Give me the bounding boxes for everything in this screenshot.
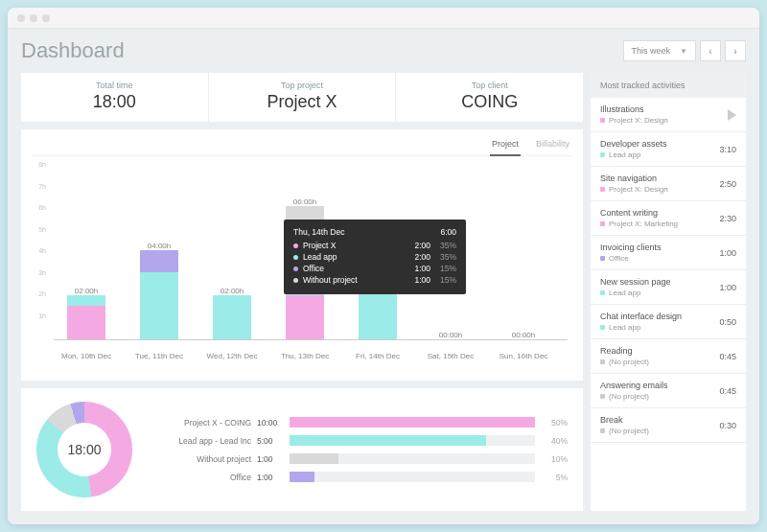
main-grid: Total time 18:00 Top project Project X T… <box>21 73 746 511</box>
y-tick: 7h <box>33 183 46 190</box>
bar-value-label: 00:00h <box>431 331 470 339</box>
breakdown-bar <box>290 453 338 464</box>
y-axis: 1h2h3h4h5h6h7h8h <box>33 168 50 340</box>
activity-sub: Project X: Design <box>600 185 668 194</box>
play-icon[interactable] <box>728 109 736 121</box>
tooltip-total: 6:00 <box>440 227 456 237</box>
tooltip-name: Lead app <box>303 252 401 262</box>
summary-top-project: Top project Project X <box>209 73 397 122</box>
activity-item[interactable]: Developer assetsLead app3:10 <box>591 132 746 167</box>
activity-left: Reading(No project) <box>600 346 649 366</box>
tooltip-pct: 15% <box>435 264 456 273</box>
activity-title: Invoicing clients <box>600 243 662 252</box>
y-tick: 3h <box>33 269 46 276</box>
bar-chart-card: Project Billability 1h2h3h4h5h6h7h8h 02:… <box>21 129 583 381</box>
bar-segment <box>140 272 178 339</box>
breakdown-bar-track <box>290 435 535 446</box>
next-button[interactable]: › <box>725 40 746 61</box>
activity-time: 0:45 <box>719 386 736 396</box>
legend-dot <box>293 243 298 248</box>
tooltip-time: 2:00 <box>406 252 430 262</box>
window-titlebar <box>8 8 759 29</box>
tab-project[interactable]: Project <box>490 139 521 156</box>
activity-item[interactable]: IllustrationsProject X: Design <box>591 98 746 132</box>
tooltip-name: Without project <box>303 275 401 285</box>
project-dot-icon <box>600 152 605 157</box>
summary-top-client: Top client COING <box>396 73 583 122</box>
x-label: Sun, 16th Dec <box>495 352 552 360</box>
prev-button[interactable]: ‹ <box>700 40 721 61</box>
activity-sub: (No project) <box>600 358 649 366</box>
activity-left: Invoicing clientsOffice <box>600 243 662 263</box>
bar-value-label: 00:00h <box>504 331 543 339</box>
activity-title: New session page <box>600 277 671 287</box>
window-dot <box>42 14 50 22</box>
breakdown-time: 1:00 <box>257 473 284 482</box>
activity-item[interactable]: Answering emails(No project)0:45 <box>591 374 746 408</box>
activity-sub: (No project) <box>600 427 649 435</box>
bar-segment <box>213 295 251 340</box>
activity-item[interactable]: Break(No project)0:30 <box>591 408 746 443</box>
breakdown-bar-track <box>290 417 535 428</box>
activities-panel: Most tracked activities IllustrationsPro… <box>591 73 746 511</box>
bar-value-label: 02:00h <box>67 287 105 295</box>
bar-value-label: 02:00h <box>213 287 251 295</box>
donut-center: 18:00 <box>58 423 111 476</box>
bar-chart: 1h2h3h4h5h6h7h8h 02:00h04:00h02:00h06:00… <box>33 162 571 367</box>
activity-time: 1:00 <box>719 248 736 258</box>
tab-billability[interactable]: Billability <box>534 139 571 155</box>
project-dot-icon <box>600 290 605 295</box>
tooltip-row: Lead app2:0035% <box>293 252 456 262</box>
activity-left: Content writingProject X: Marketing <box>600 208 678 228</box>
activity-sub: Office <box>600 254 662 263</box>
app-window: Dashboard This week ▼ ‹ › Total time 18:… <box>8 8 759 524</box>
tooltip-date: Thu, 14th Dec <box>293 227 344 237</box>
breakdown-label: Without project <box>146 454 251 464</box>
activity-item[interactable]: Site navigationProject X: Design2:50 <box>591 167 746 201</box>
summary-total-time: Total time 18:00 <box>21 73 209 122</box>
activities-list: IllustrationsProject X: DesignDeveloper … <box>591 98 746 443</box>
activity-sub: Project X: Design <box>600 116 668 125</box>
breakdown-pct: 10% <box>541 454 568 464</box>
tooltip-header: Thu, 14th Dec 6:00 <box>293 227 456 237</box>
window-dot <box>17 14 25 22</box>
page-title: Dashboard <box>21 38 125 63</box>
activity-item[interactable]: Chat interface designLead app0:50 <box>591 305 746 339</box>
tooltip-row: Without project1:0015% <box>293 275 456 285</box>
period-select[interactable]: This week ▼ <box>623 40 696 61</box>
project-dot-icon <box>600 187 605 192</box>
tooltip-time: 1:00 <box>406 264 430 273</box>
activity-time: 3:10 <box>719 145 736 154</box>
breakdown-row: Project X - COING10:0050% <box>146 417 568 428</box>
summary-row: Total time 18:00 Top project Project X T… <box>21 73 583 122</box>
breakdown-bar <box>290 417 535 428</box>
activity-item[interactable]: Invoicing clientsOffice1:00 <box>591 236 746 270</box>
breakdown-row: Lead app - Lead Inc5:0040% <box>146 435 568 446</box>
y-tick: 4h <box>33 247 46 254</box>
project-dot-icon <box>600 256 605 261</box>
y-tick: 5h <box>33 226 46 233</box>
chart-tooltip: Thu, 14th Dec 6:00 Project X2:0035%Lead … <box>284 220 466 294</box>
left-column: Total time 18:00 Top project Project X T… <box>21 73 583 511</box>
activity-item[interactable]: Content writingProject X: Marketing2:30 <box>591 201 746 236</box>
activity-left: IllustrationsProject X: Design <box>600 104 668 125</box>
activity-title: Content writing <box>600 208 678 218</box>
x-label: Thu, 13th Dec <box>276 352 334 360</box>
tooltip-pct: 35% <box>435 241 456 250</box>
activity-title: Answering emails <box>600 381 668 390</box>
breakdown-label: Project X - COING <box>146 418 251 428</box>
project-dot-icon <box>600 359 605 364</box>
breakdown-time: 10:00 <box>257 418 284 428</box>
summary-value: COING <box>400 92 579 112</box>
chevron-down-icon: ▼ <box>680 47 687 56</box>
breakdown-label: Lead app - Lead Inc <box>146 436 251 446</box>
bar-segment <box>140 250 178 272</box>
project-dot-icon <box>600 325 605 330</box>
activity-item[interactable]: New session pageLead app1:00 <box>591 270 746 305</box>
breakdown-pct: 50% <box>541 418 568 428</box>
window-dot <box>30 14 37 22</box>
breakdown-time: 1:00 <box>257 454 284 464</box>
activity-item[interactable]: Reading(No project)0:45 <box>591 339 746 374</box>
y-tick: 2h <box>33 290 46 297</box>
tooltip-rows: Project X2:0035%Lead app2:0035%Office1:0… <box>293 241 456 285</box>
